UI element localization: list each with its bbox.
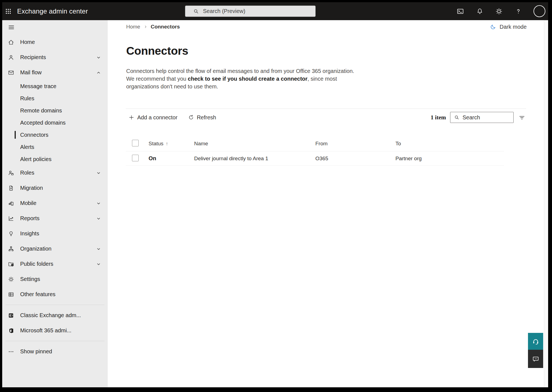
microsoft-365-logo-icon: [8, 327, 14, 334]
sidebar-item-public-folders[interactable]: Public folders: [2, 256, 108, 272]
notifications-button[interactable]: [476, 7, 484, 15]
chevron-down-icon: [96, 55, 101, 60]
sidebar-item-label: Other features: [20, 291, 56, 298]
table-row[interactable]: On Deliver journal directly to Area 1 O3…: [126, 151, 504, 166]
sidebar-item-alert-policies[interactable]: Alert policies: [2, 153, 108, 165]
global-search-input[interactable]: Search (Preview): [185, 6, 316, 17]
line-chart-icon: [8, 215, 14, 222]
column-header-to[interactable]: To: [395, 141, 504, 147]
home-icon: [8, 39, 14, 46]
sidebar-item-label: Alerts: [20, 144, 34, 150]
sidebar-link-classic-exchange[interactable]: Classic Exchange adm...: [2, 308, 108, 323]
breadcrumb-current: Connectors: [151, 24, 180, 30]
dark-mode-toggle[interactable]: Dark mode: [490, 23, 527, 30]
sidebar-item-label: Show pinned: [20, 348, 52, 355]
sidebar-item-label: Insights: [20, 230, 39, 237]
sidebar-divider: [6, 305, 104, 305]
chevron-down-icon: [96, 171, 101, 175]
sidebar-link-microsoft-365[interactable]: Microsoft 365 admi...: [2, 323, 108, 338]
add-connector-button[interactable]: Add a connector: [128, 114, 178, 121]
sidebar-item-label: Alert policies: [20, 156, 51, 162]
sort-ascending-icon: ↑: [166, 141, 168, 147]
connectors-table: Status ↑ Name From To On Deliver journal…: [126, 136, 504, 166]
refresh-button[interactable]: Refresh: [188, 114, 216, 121]
topbar-actions: [456, 2, 545, 20]
hamburger-menu-button[interactable]: [2, 20, 108, 35]
support-help-button[interactable]: [528, 333, 543, 350]
question-mark-icon: [514, 7, 522, 15]
column-header-status[interactable]: Status: [149, 141, 163, 147]
search-icon: [454, 115, 459, 120]
breadcrumb: Home Connectors: [126, 24, 180, 30]
sidebar-item-label: Recipients: [20, 54, 46, 60]
select-all-checkbox[interactable]: [132, 140, 139, 146]
connector-from: O365: [315, 156, 395, 162]
terminal-icon: [456, 7, 464, 15]
sidebar-item-recipients[interactable]: Recipients: [2, 50, 108, 65]
sidebar-item-label: Reports: [20, 215, 39, 222]
refresh-label: Refresh: [197, 114, 216, 121]
sidebar-item-reports[interactable]: Reports: [2, 211, 108, 226]
sidebar-item-home[interactable]: Home: [2, 35, 108, 50]
column-header-name[interactable]: Name: [194, 141, 315, 147]
sidebar-item-roles[interactable]: Roles: [2, 165, 108, 180]
sidebar-item-accepted-domains[interactable]: Accepted domains: [2, 117, 108, 129]
dark-mode-label: Dark mode: [500, 24, 527, 30]
sidebar-item-label: Remote domains: [20, 107, 62, 114]
sidebar-item-organization[interactable]: Organization: [2, 241, 108, 256]
mobile-chart-icon: [8, 200, 14, 207]
sidebar-item-label: Microsoft 365 admi...: [20, 327, 72, 334]
chevron-down-icon: [96, 216, 101, 221]
sidebar-item-mail-flow[interactable]: Mail flow: [2, 65, 108, 80]
sidebar-item-insights[interactable]: Insights: [2, 226, 108, 241]
column-header-from[interactable]: From: [315, 141, 395, 147]
account-avatar[interactable]: [533, 5, 545, 17]
sidebar-item-rules[interactable]: Rules: [2, 92, 108, 104]
sidebar-item-label: Roles: [20, 170, 34, 176]
sidebar-item-migration[interactable]: Migration: [2, 180, 108, 196]
org-chart-icon: [8, 246, 14, 252]
row-checkbox[interactable]: [132, 155, 139, 161]
sidebar-item-label: Classic Exchange adm...: [20, 312, 81, 319]
connector-to: Partner org: [395, 156, 504, 162]
plus-icon: [128, 114, 134, 120]
help-button-topbar[interactable]: [514, 7, 522, 15]
main-content: Home Connectors Dark mode Connectors: [108, 20, 548, 387]
connector-status: On: [149, 155, 194, 162]
add-connector-label: Add a connector: [137, 114, 178, 121]
waffle-icon: [5, 8, 12, 15]
sidebar-item-mobile[interactable]: Mobile: [2, 196, 108, 211]
sidebar-item-alerts[interactable]: Alerts: [2, 141, 108, 153]
app-launcher-button[interactable]: [2, 2, 14, 20]
sidebar-item-message-trace[interactable]: Message trace: [2, 80, 108, 92]
sidebar-item-label: Public folders: [20, 261, 53, 267]
list-search-placeholder: Search: [463, 114, 480, 121]
global-search-placeholder: Search (Preview): [203, 8, 245, 14]
page-title: Connectors: [126, 44, 188, 57]
toolbar-divider: [126, 109, 526, 109]
table-header-row: Status ↑ Name From To: [126, 136, 504, 151]
chevron-down-icon: [96, 201, 101, 206]
sidebar-item-other-features[interactable]: Other features: [2, 287, 108, 302]
description-link[interactable]: check to see if you should create a conn…: [188, 76, 307, 82]
sidebar-show-pinned[interactable]: Show pinned: [2, 344, 108, 359]
chevron-right-icon: [144, 25, 147, 29]
sidebar-item-settings[interactable]: Settings: [2, 272, 108, 287]
powershell-terminal-button[interactable]: [456, 7, 464, 15]
sidebar-divider: [6, 341, 104, 341]
table-grid-icon: [8, 291, 14, 298]
sidebar-item-remote-domains[interactable]: Remote domains: [2, 104, 108, 117]
chat-bubble-icon: [532, 355, 540, 363]
scrollbar-track[interactable]: [544, 20, 548, 387]
list-toolbar: Add a connector Refresh 1 item: [126, 112, 526, 123]
sidebar-item-label: Migration: [20, 185, 43, 191]
sidebar-item-connectors[interactable]: Connectors: [2, 129, 108, 141]
settings-button[interactable]: [495, 7, 503, 15]
filter-icon: [518, 114, 525, 121]
list-search-input[interactable]: Search: [450, 112, 514, 123]
breadcrumb-home-link[interactable]: Home: [126, 24, 140, 30]
filter-button[interactable]: [518, 113, 526, 122]
feedback-button[interactable]: [528, 350, 543, 368]
sidebar-item-label: Mobile: [20, 200, 36, 206]
person-badge-icon: [8, 170, 14, 176]
